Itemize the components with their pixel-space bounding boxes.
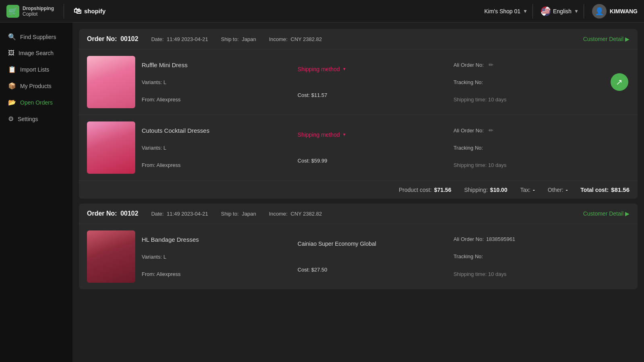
customer-detail-link-1[interactable]: Customer Detail ▶ [583,36,630,42]
body-layout: 🔍 Find Suppliers 🖼 Image Search 📋 Import… [0,23,644,362]
logo-icon: 🛒 [8,7,17,16]
product-name-2: Cutouts Cocktail Dresses [142,127,291,134]
product-image-2 [87,121,135,174]
import-lists-icon: 📋 [8,66,16,73]
order-ship-to-2: Ship to: Japan [221,211,256,217]
footer-product-cost: Product cost: $71.56 [399,187,452,193]
product-info-2: Cutouts Cocktail Dresses Variants: L Fro… [142,121,291,174]
tracking-no-2: Tracking No: [454,145,603,151]
order-date-2: Date: 11:49 2023-04-21 [151,211,208,217]
product-from-1: From: Aliexpress [142,97,291,103]
shipping-method-btn-2[interactable]: Shipping method ▼ [297,132,447,138]
product-action-2 [609,121,630,174]
product-shipping-2: Shipping method ▼ Cost: $59.99 [297,121,447,174]
shipping-method-btn-1[interactable]: Shipping method ▼ [297,66,447,72]
main-content: Order No: 00102 Date: 11:49 2023-04-21 S… [72,23,644,362]
topnav: 🛒 Dropshipping Copilot 🛍 shopify Kim's S… [0,0,644,23]
avatar: 👤 [592,4,607,19]
product-action-3 [609,230,630,283]
tracking-no-3: Tracking No: [454,253,603,259]
ali-order-no-2: Ali Order No: ✏ [454,127,603,134]
find-suppliers-icon: 🔍 [8,33,16,41]
shipping-method-text-3: Cainiao Super Economy Global [297,241,447,247]
product-cost-1: Cost: $11.57 [297,92,447,98]
shipping-time-2: Shipping time: 10 days [454,162,603,168]
sidebar-item-find-suppliers[interactable]: 🔍 Find Suppliers [2,29,71,45]
product-cost-3: Cost: $27.50 [297,267,447,273]
nav-divider-2 [533,4,533,19]
order-header-1: Order No: 00102 Date: 11:49 2023-04-21 S… [79,29,638,49]
my-products-icon: 📦 [8,82,16,90]
chevron-right-icon-2: ▶ [625,210,630,217]
brand-name: Dropshipping Copilot [23,6,54,17]
sidebar-item-my-products[interactable]: 📦 My Products [2,78,71,94]
edit-ali-order-icon-2[interactable]: ✏ [489,127,493,134]
shop-selector[interactable]: Kim's Shop 01 ▼ [484,8,528,14]
shopify-bag-icon: 🛍 [74,6,82,16]
language-selector[interactable]: 🇺🇸 English ▼ [541,6,579,16]
lang-chevron-icon: ▼ [574,8,579,14]
order-number-1: Order No: 00102 [87,35,138,43]
product-row-1: Ruffle Mini Dress Variants: L From: Alie… [79,49,638,115]
order-card-2: Order No: 00102 Date: 11:49 2023-04-21 S… [79,204,638,289]
product-name-1: Ruffle Mini Dress [142,62,291,68]
product-order-1: Ali Order No: ✏ Tracking No: Shipping ti… [454,56,603,108]
ali-order-no-3: Ali Order No: 1838595961 [454,236,603,242]
sidebar: 🔍 Find Suppliers 🖼 Image Search 📋 Import… [0,23,72,362]
order-number-2: Order No: 00102 [87,210,138,217]
flag-icon: 🇺🇸 [541,6,551,16]
brand-logo-area: 🛒 Dropshipping Copilot [6,5,54,18]
order-ship-to-1: Ship to: Japan [221,36,256,42]
shipping-method-arrow-icon-1: ▼ [342,67,346,71]
customer-detail-link-2[interactable]: Customer Detail ▶ [583,210,630,217]
open-orders-icon: 📂 [8,99,16,106]
order-income-1: Income: CNY 2382.82 [269,36,322,42]
sidebar-item-import-lists[interactable]: 📋 Import Lists [2,62,71,77]
footer-tax: Tax: - [520,187,535,193]
product-name-3: HL Bandage Dresses [142,236,291,243]
product-row-3: HL Bandage Dresses Variants: L From: Ali… [79,224,638,289]
product-photo-1 [87,56,135,108]
nav-divider-3 [584,4,584,19]
product-image-1 [87,56,135,108]
image-search-icon: 🖼 [8,49,14,57]
action-button-1[interactable]: ↗ [611,73,628,91]
shipping-method-arrow-icon-2: ▼ [342,132,346,137]
dropshipping-copilot-logo: 🛒 [6,5,19,18]
product-info-1: Ruffle Mini Dress Variants: L From: Alie… [142,56,291,108]
product-image-3 [87,230,135,283]
product-shipping-3: Cainiao Super Economy Global Cost: $27.5… [297,230,447,283]
sidebar-item-open-orders[interactable]: 📂 Open Orders [2,95,71,110]
footer-shipping: Shipping: $10.00 [464,187,507,193]
shopify-logo: 🛍 shopify [74,6,105,16]
shop-chevron-icon: ▼ [523,8,528,14]
shipping-time-3: Shipping time: 10 days [454,271,603,277]
product-from-2: From: Aliexpress [142,162,291,168]
product-order-2: Ali Order No: ✏ Tracking No: Shipping ti… [454,121,603,174]
sidebar-item-image-search[interactable]: 🖼 Image Search [2,45,71,61]
user-area[interactable]: 👤 KIMWANG [592,4,638,19]
order-footer-1: Product cost: $71.56 Shipping: $10.00 Ta… [79,180,638,199]
footer-other: Other: - [548,187,568,193]
ali-order-no-1: Ali Order No: ✏ [454,62,603,68]
product-variant-2: Variants: L [142,145,291,151]
settings-icon: ⚙ [8,115,14,123]
product-photo-3 [87,230,135,283]
product-variant-1: Variants: L [142,79,291,85]
product-photo-2 [87,121,135,174]
chart-icon: ↗ [616,77,623,87]
edit-ali-order-icon-1[interactable]: ✏ [489,62,493,68]
topnav-right: Kim's Shop 01 ▼ 🇺🇸 English ▼ 👤 KIMWANG [484,4,638,19]
nav-divider-1 [64,4,64,19]
product-row-2: Cutouts Cocktail Dresses Variants: L Fro… [79,115,638,180]
product-variant-3: Variants: L [142,254,291,260]
order-date-1: Date: 11:49 2023-04-21 [151,36,208,42]
sidebar-item-settings[interactable]: ⚙ Settings [2,111,71,127]
footer-total: Total cost: $81.56 [580,186,630,193]
product-shipping-1: Shipping method ▼ Cost: $11.57 [297,56,447,108]
product-order-3: Ali Order No: 1838595961 Tracking No: Sh… [454,230,603,283]
tracking-no-1: Tracking No: [454,79,603,85]
order-card-1: Order No: 00102 Date: 11:49 2023-04-21 S… [79,29,638,199]
product-from-3: From: Aliexpress [142,271,291,277]
product-info-3: HL Bandage Dresses Variants: L From: Ali… [142,230,291,283]
